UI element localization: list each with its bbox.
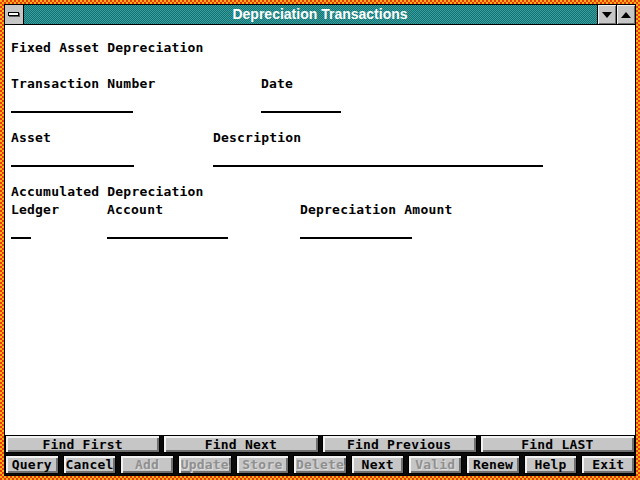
exit-button[interactable]: Exit — [581, 455, 635, 474]
titlebar: Depreciation Transactions — [5, 5, 635, 25]
add-button: Add — [120, 455, 174, 474]
system-menu-button[interactable] — [5, 5, 24, 24]
depreciation-transactions-window: Depreciation Transactions Fixed Asset De… — [4, 4, 636, 476]
down-arrow-icon — [602, 12, 612, 18]
up-arrow-icon — [621, 12, 631, 18]
depreciation-amount-field[interactable] — [300, 225, 412, 239]
asset-field[interactable] — [11, 153, 134, 167]
transaction-number-label: Transaction Number — [11, 77, 155, 91]
account-label: Account — [107, 203, 163, 217]
find-previous-button[interactable]: Find Previous — [322, 435, 477, 453]
delete-button: Delete — [293, 455, 347, 474]
find-last-button[interactable]: Find LAST — [480, 435, 635, 453]
store-button: Store — [236, 455, 290, 474]
application-window: Depreciation Transactions Fixed Asset De… — [0, 0, 640, 480]
find-first-button[interactable]: Find First — [5, 435, 160, 453]
maximize-button[interactable] — [616, 5, 635, 24]
cancel-button[interactable]: Cancel — [63, 455, 117, 474]
minimize-button[interactable] — [597, 5, 616, 24]
window-title: Depreciation Transactions — [5, 6, 635, 23]
next-button[interactable]: Next — [351, 455, 405, 474]
asset-label: Asset — [11, 131, 51, 145]
depreciation-amount-label: Depreciation Amount — [300, 203, 453, 217]
transaction-number-field[interactable] — [11, 99, 133, 113]
description-field[interactable] — [213, 153, 543, 167]
find-button-row: Find First Find Next Find Previous Find … — [5, 435, 635, 453]
update-button: Update — [178, 455, 232, 474]
form-area: Fixed Asset Depreciation Transaction Num… — [5, 25, 635, 475]
date-field[interactable] — [261, 99, 341, 113]
description-label: Description — [213, 131, 301, 145]
system-menu-bar-icon — [8, 12, 19, 16]
action-button-row: Query Cancel Add Update Store Delete Nex… — [5, 455, 635, 475]
account-field[interactable] — [107, 225, 228, 239]
ledger-field[interactable] — [11, 225, 31, 239]
button-bar: Find First Find Next Find Previous Find … — [5, 435, 635, 475]
ledger-label: Ledger — [11, 203, 59, 217]
form-heading: Fixed Asset Depreciation — [11, 41, 204, 55]
section-heading: Accumulated Depreciation — [11, 185, 204, 199]
titlebar-buttons — [597, 5, 635, 24]
find-next-button[interactable]: Find Next — [163, 435, 318, 453]
valid-button: Valid — [408, 455, 462, 474]
renew-button[interactable]: Renew — [466, 455, 520, 474]
query-button[interactable]: Query — [5, 455, 59, 474]
date-label: Date — [261, 77, 293, 91]
help-button[interactable]: Help — [524, 455, 578, 474]
